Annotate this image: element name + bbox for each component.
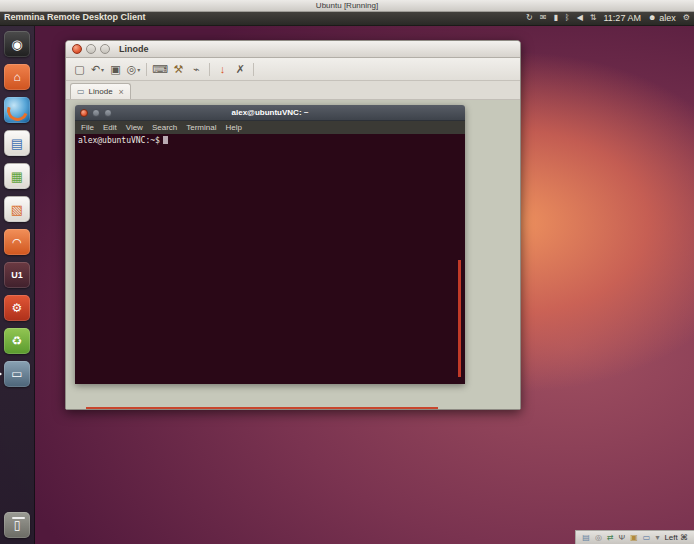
sync-indicator-icon[interactable]: ↻: [526, 11, 533, 24]
down-arrow-icon: ↓: [220, 63, 226, 75]
menu-view[interactable]: View: [126, 123, 143, 132]
launcher-item-ubuntu-software-center[interactable]: ◠: [4, 229, 30, 255]
mouse-integration-icon[interactable]: ▾: [655, 531, 659, 544]
trash-bin-icon: ▯: [14, 518, 21, 532]
refresh-connection-button[interactable]: ⌁: [189, 61, 204, 77]
fullscreen-icon: ▢: [74, 63, 84, 76]
shared-folder-icon[interactable]: ▣: [630, 531, 638, 544]
remote-desktop-viewport[interactable]: alex@ubuntuVNC: ~ File Edit View Search …: [66, 100, 520, 409]
ubuntu-logo-icon: ◉: [11, 37, 22, 52]
resize-icon: ↶: [91, 63, 100, 76]
network-indicator-icon[interactable]: ⇅: [590, 11, 597, 24]
remmina-window: Linode ▢ ↶ ▾ ▣ ◎ ▾ ⌨ ⚒ ⌁ ↓ ✗: [65, 40, 521, 410]
session-username: alex: [659, 13, 676, 23]
close-button[interactable]: [72, 44, 82, 54]
terminal-menubar: File Edit View Search Terminal Help: [75, 121, 465, 134]
tab-close-icon[interactable]: ×: [119, 87, 124, 97]
terminal-body[interactable]: alex@ubuntuVNC:~$: [75, 134, 465, 384]
impress-presentation-icon: ▧: [11, 202, 23, 217]
maximize-button[interactable]: [100, 44, 110, 54]
chevron-down-icon: ▾: [101, 66, 104, 73]
messages-indicator-icon[interactable]: ✉: [540, 11, 547, 24]
toolbar-separator: [253, 63, 254, 76]
clock-indicator[interactable]: 11:27 AM: [604, 13, 641, 23]
battery-indicator-icon[interactable]: ▮: [553, 11, 557, 24]
vnc-artifact-horizontal: [86, 407, 438, 409]
remote-terminal-window[interactable]: alex@ubuntuVNC: ~ File Edit View Search …: [75, 105, 465, 384]
plug-icon: ⌁: [193, 63, 200, 76]
display-icon[interactable]: ▭: [643, 531, 651, 544]
minimize-button[interactable]: [86, 44, 96, 54]
disconnect-icon: ✗: [236, 63, 245, 76]
scaled-mode-button[interactable]: ▣: [108, 61, 123, 77]
menu-help[interactable]: Help: [225, 123, 241, 132]
toolbar-separator: [209, 63, 210, 76]
hard-disk-icon[interactable]: ▤: [582, 531, 590, 544]
launcher-item-libreoffice-writer[interactable]: ▤: [4, 130, 30, 156]
virtualbox-statusbar: ▤ ◎ ⇄ Ψ ▣ ▭ ▾ Left ⌘: [575, 530, 694, 544]
terminal-close-button[interactable]: [80, 109, 88, 117]
terminal-minimize-button[interactable]: [92, 109, 100, 117]
terminal-title: alex@ubuntuVNC: ~: [75, 105, 465, 120]
writer-document-icon: ▤: [11, 136, 23, 151]
resize-mode-button[interactable]: ↶ ▾: [90, 61, 105, 77]
zoom-options-button[interactable]: ◎ ▾: [126, 61, 141, 77]
optical-disc-icon[interactable]: ◎: [595, 531, 602, 544]
focused-app-title[interactable]: Remmina Remote Desktop Client: [4, 11, 146, 24]
terminal-cursor: [163, 136, 168, 144]
session-gear-icon[interactable]: ⚙: [683, 11, 690, 24]
launcher-item-dash-home[interactable]: ◉: [4, 31, 30, 57]
sound-indicator-icon[interactable]: ◀: [577, 11, 583, 24]
window-title: Linode: [119, 44, 149, 54]
zoom-icon: ◎: [127, 63, 137, 76]
launcher-item-trash[interactable]: ▯: [4, 512, 30, 538]
unity-launcher: ◉ ⌂ ▤ ▦ ▧ ◠ U1 ⚙ ♻ ▭ ▯: [0, 25, 35, 544]
software-center-bag-icon: ◠: [12, 236, 22, 249]
launcher-item-libreoffice-calc[interactable]: ▦: [4, 163, 30, 189]
menu-search[interactable]: Search: [152, 123, 177, 132]
terminal-prompt: alex@ubuntuVNC:~$: [78, 136, 160, 145]
menu-file[interactable]: File: [81, 123, 94, 132]
vnc-artifact-vertical: [458, 260, 461, 377]
menu-terminal[interactable]: Terminal: [186, 123, 216, 132]
host-window-titlebar: Ubuntu [Running]: [0, 0, 694, 12]
keyboard-icon: ⌨: [152, 63, 168, 76]
update-arrows-icon: ♻: [12, 334, 23, 348]
monitor-icon: ▭: [77, 87, 85, 96]
toggle-fullscreen-button[interactable]: ▢: [72, 61, 87, 77]
host-window-title: Ubuntu [Running]: [316, 1, 378, 10]
network-icon[interactable]: ⇄: [607, 531, 614, 544]
minimize-to-tray-button[interactable]: ↓: [215, 61, 230, 77]
menu-edit[interactable]: Edit: [103, 123, 117, 132]
settings-gear-icon: ⚙: [12, 301, 23, 315]
launcher-item-system-settings[interactable]: ⚙: [4, 295, 30, 321]
preferences-button[interactable]: ⚒: [171, 61, 186, 77]
terminal-maximize-button[interactable]: [104, 109, 112, 117]
launcher-item-firefox[interactable]: [4, 97, 30, 123]
bluetooth-indicator-icon[interactable]: ᛒ: [565, 11, 570, 24]
usb-icon[interactable]: Ψ: [619, 531, 626, 544]
calc-spreadsheet-icon: ▦: [11, 169, 23, 184]
launcher-item-software-updater[interactable]: ♻: [4, 328, 30, 354]
top-panel: Remmina Remote Desktop Client ↻ ✉ ▮ ᛒ ◀ …: [0, 11, 694, 26]
grab-keyboard-button[interactable]: ⌨: [152, 61, 168, 77]
tab-linode[interactable]: ▭ Linode ×: [70, 83, 131, 99]
launcher-item-libreoffice-impress[interactable]: ▧: [4, 196, 30, 222]
indicator-area: ↻ ✉ ▮ ᛒ ◀ ⇅ 11:27 AM ☻ alex ⚙: [526, 11, 690, 24]
launcher-item-remmina[interactable]: ▭: [4, 361, 30, 387]
host-key-label: Left ⌘: [664, 533, 688, 542]
terminal-titlebar[interactable]: alex@ubuntuVNC: ~: [75, 105, 465, 121]
tab-label: Linode: [89, 87, 113, 96]
remmina-monitor-icon: ▭: [11, 367, 22, 381]
remmina-toolbar: ▢ ↶ ▾ ▣ ◎ ▾ ⌨ ⚒ ⌁ ↓ ✗: [66, 58, 520, 81]
chevron-down-icon: ▾: [137, 66, 140, 73]
session-indicator[interactable]: ☻ alex: [648, 13, 676, 23]
home-folder-icon: ⌂: [13, 70, 20, 84]
scale-icon: ▣: [110, 63, 120, 76]
disconnect-button[interactable]: ✗: [233, 61, 248, 77]
user-icon: ☻: [648, 13, 656, 22]
tools-icon: ⚒: [173, 63, 183, 76]
launcher-item-home-folder[interactable]: ⌂: [4, 64, 30, 90]
remmina-titlebar[interactable]: Linode: [66, 41, 520, 58]
launcher-item-ubuntu-one[interactable]: U1: [4, 262, 30, 288]
